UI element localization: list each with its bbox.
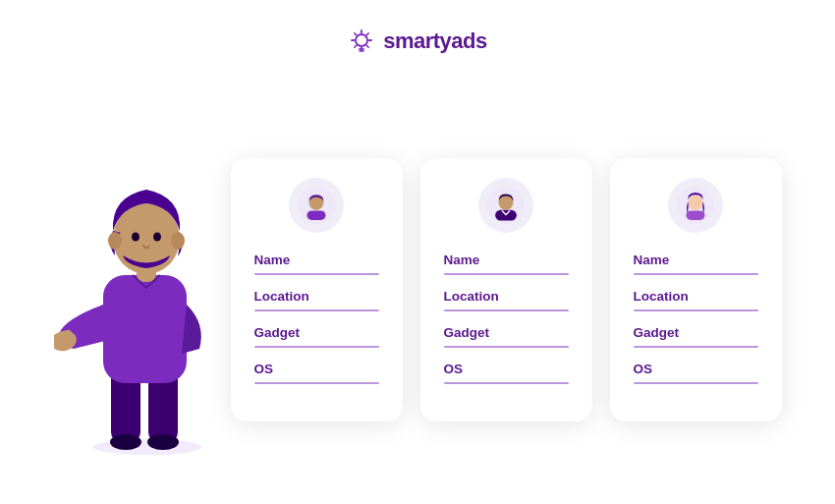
card-2-name-label: Name (444, 252, 569, 267)
svg-point-22 (171, 232, 185, 250)
card-3-name-label: Name (634, 252, 758, 267)
card-1-os-label: OS (254, 362, 379, 376)
card-1-gadget-field: Gadget (254, 325, 379, 348)
card-3-os-line (634, 382, 758, 384)
profile-card-3: Name Location Gadget OS (610, 158, 782, 421)
card-1-gadget-line (254, 346, 379, 348)
svg-point-24 (153, 232, 161, 241)
card-2-gadget-field: Gadget (444, 325, 569, 348)
card-2-location-label: Location (444, 289, 569, 304)
svg-point-11 (93, 439, 201, 455)
avatar-2 (478, 178, 533, 233)
svg-line-6 (367, 45, 369, 47)
svg-rect-32 (687, 210, 705, 220)
card-1-os-field: OS (254, 362, 379, 384)
svg-point-15 (147, 434, 179, 450)
svg-line-8 (355, 45, 357, 47)
logo-text: smartyads (383, 28, 487, 54)
card-1-location-label: Location (254, 289, 379, 304)
card-3-gadget-line (634, 346, 758, 348)
card-3-gadget-label: Gadget (634, 325, 758, 340)
main-content: Name Location Gadget OS (0, 75, 835, 504)
card-3-name-field: Name (634, 252, 758, 275)
svg-point-33 (689, 195, 703, 209)
card-1-location-line (254, 309, 379, 311)
card-2-gadget-line (444, 346, 569, 348)
svg-point-14 (110, 434, 141, 450)
card-3-location-field: Location (634, 289, 758, 311)
card-3-name-line (634, 273, 758, 275)
card-1-gadget-label: Gadget (254, 325, 379, 340)
svg-line-5 (355, 33, 357, 35)
card-2-os-field: OS (444, 362, 569, 384)
card-1-name-label: Name (254, 252, 379, 267)
card-3-os-field: OS (634, 362, 758, 384)
card-1-location-field: Location (254, 289, 379, 311)
card-2-name-line (444, 273, 569, 275)
card-2-os-line (444, 382, 569, 384)
svg-rect-26 (307, 210, 326, 220)
logo-icon (348, 28, 375, 55)
card-3-os-label: OS (634, 362, 758, 376)
card-3-location-line (634, 309, 758, 311)
card-2-name-field: Name (444, 252, 569, 275)
avatar-1 (289, 178, 344, 233)
profile-card-1: Name Location Gadget OS (231, 158, 403, 421)
card-2-location-line (444, 309, 569, 311)
profile-card-2: Name Location Gadget OS (420, 158, 592, 421)
svg-point-21 (108, 232, 122, 250)
card-2-os-label: OS (444, 362, 569, 376)
svg-line-7 (367, 33, 369, 35)
avatar-3 (668, 178, 723, 233)
card-1-os-line (254, 382, 379, 384)
header: smartyads (348, 0, 487, 55)
svg-point-0 (356, 34, 367, 46)
card-3-gadget-field: Gadget (634, 325, 758, 348)
person-illustration (54, 123, 241, 457)
cards-container: Name Location Gadget OS (231, 158, 782, 421)
card-1-name-line (254, 273, 379, 275)
card-1-name-field: Name (254, 252, 379, 275)
card-3-location-label: Location (634, 289, 758, 304)
svg-point-23 (132, 232, 139, 241)
card-2-location-field: Location (444, 289, 569, 311)
card-2-gadget-label: Gadget (444, 325, 569, 340)
